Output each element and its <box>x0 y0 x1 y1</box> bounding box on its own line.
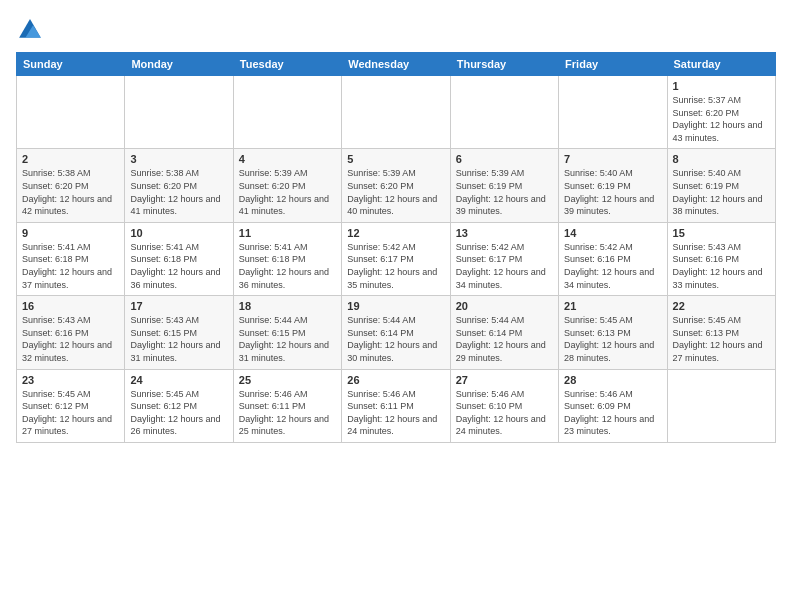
calendar-week-row: 2Sunrise: 5:38 AM Sunset: 6:20 PM Daylig… <box>17 149 776 222</box>
calendar-cell <box>450 76 558 149</box>
day-info: Sunrise: 5:46 AM Sunset: 6:11 PM Dayligh… <box>347 388 444 438</box>
day-info: Sunrise: 5:45 AM Sunset: 6:13 PM Dayligh… <box>564 314 661 364</box>
day-number: 20 <box>456 300 553 312</box>
day-info: Sunrise: 5:40 AM Sunset: 6:19 PM Dayligh… <box>673 167 770 217</box>
day-number: 7 <box>564 153 661 165</box>
day-number: 14 <box>564 227 661 239</box>
day-number: 19 <box>347 300 444 312</box>
page-header <box>16 16 776 44</box>
calendar-cell: 18Sunrise: 5:44 AM Sunset: 6:15 PM Dayli… <box>233 296 341 369</box>
day-info: Sunrise: 5:39 AM Sunset: 6:20 PM Dayligh… <box>347 167 444 217</box>
calendar-cell: 3Sunrise: 5:38 AM Sunset: 6:20 PM Daylig… <box>125 149 233 222</box>
day-info: Sunrise: 5:45 AM Sunset: 6:12 PM Dayligh… <box>22 388 119 438</box>
day-number: 2 <box>22 153 119 165</box>
calendar-cell: 26Sunrise: 5:46 AM Sunset: 6:11 PM Dayli… <box>342 369 450 442</box>
day-number: 10 <box>130 227 227 239</box>
day-info: Sunrise: 5:46 AM Sunset: 6:10 PM Dayligh… <box>456 388 553 438</box>
day-info: Sunrise: 5:45 AM Sunset: 6:12 PM Dayligh… <box>130 388 227 438</box>
day-number: 24 <box>130 374 227 386</box>
calendar-cell: 15Sunrise: 5:43 AM Sunset: 6:16 PM Dayli… <box>667 222 775 295</box>
calendar-week-row: 9Sunrise: 5:41 AM Sunset: 6:18 PM Daylig… <box>17 222 776 295</box>
day-number: 26 <box>347 374 444 386</box>
calendar-cell: 24Sunrise: 5:45 AM Sunset: 6:12 PM Dayli… <box>125 369 233 442</box>
day-number: 15 <box>673 227 770 239</box>
day-number: 25 <box>239 374 336 386</box>
calendar-week-row: 16Sunrise: 5:43 AM Sunset: 6:16 PM Dayli… <box>17 296 776 369</box>
day-number: 4 <box>239 153 336 165</box>
calendar-cell: 27Sunrise: 5:46 AM Sunset: 6:10 PM Dayli… <box>450 369 558 442</box>
calendar-cell <box>233 76 341 149</box>
calendar-cell: 28Sunrise: 5:46 AM Sunset: 6:09 PM Dayli… <box>559 369 667 442</box>
calendar-cell: 17Sunrise: 5:43 AM Sunset: 6:15 PM Dayli… <box>125 296 233 369</box>
day-number: 13 <box>456 227 553 239</box>
calendar-cell <box>667 369 775 442</box>
weekday-header-wednesday: Wednesday <box>342 53 450 76</box>
calendar-cell: 8Sunrise: 5:40 AM Sunset: 6:19 PM Daylig… <box>667 149 775 222</box>
day-number: 3 <box>130 153 227 165</box>
day-info: Sunrise: 5:37 AM Sunset: 6:20 PM Dayligh… <box>673 94 770 144</box>
calendar-cell: 20Sunrise: 5:44 AM Sunset: 6:14 PM Dayli… <box>450 296 558 369</box>
calendar-cell: 23Sunrise: 5:45 AM Sunset: 6:12 PM Dayli… <box>17 369 125 442</box>
day-info: Sunrise: 5:42 AM Sunset: 6:16 PM Dayligh… <box>564 241 661 291</box>
day-number: 22 <box>673 300 770 312</box>
day-number: 16 <box>22 300 119 312</box>
calendar-cell <box>17 76 125 149</box>
day-number: 11 <box>239 227 336 239</box>
calendar-cell: 7Sunrise: 5:40 AM Sunset: 6:19 PM Daylig… <box>559 149 667 222</box>
day-info: Sunrise: 5:44 AM Sunset: 6:14 PM Dayligh… <box>456 314 553 364</box>
weekday-header-monday: Monday <box>125 53 233 76</box>
day-info: Sunrise: 5:43 AM Sunset: 6:16 PM Dayligh… <box>673 241 770 291</box>
day-number: 27 <box>456 374 553 386</box>
day-number: 17 <box>130 300 227 312</box>
calendar-cell: 14Sunrise: 5:42 AM Sunset: 6:16 PM Dayli… <box>559 222 667 295</box>
calendar-cell: 1Sunrise: 5:37 AM Sunset: 6:20 PM Daylig… <box>667 76 775 149</box>
calendar-cell <box>559 76 667 149</box>
calendar-table: SundayMondayTuesdayWednesdayThursdayFrid… <box>16 52 776 443</box>
day-info: Sunrise: 5:39 AM Sunset: 6:19 PM Dayligh… <box>456 167 553 217</box>
day-info: Sunrise: 5:46 AM Sunset: 6:09 PM Dayligh… <box>564 388 661 438</box>
day-info: Sunrise: 5:44 AM Sunset: 6:14 PM Dayligh… <box>347 314 444 364</box>
weekday-header-tuesday: Tuesday <box>233 53 341 76</box>
day-info: Sunrise: 5:41 AM Sunset: 6:18 PM Dayligh… <box>239 241 336 291</box>
day-info: Sunrise: 5:41 AM Sunset: 6:18 PM Dayligh… <box>130 241 227 291</box>
day-info: Sunrise: 5:38 AM Sunset: 6:20 PM Dayligh… <box>22 167 119 217</box>
day-number: 5 <box>347 153 444 165</box>
day-info: Sunrise: 5:44 AM Sunset: 6:15 PM Dayligh… <box>239 314 336 364</box>
logo <box>16 16 48 44</box>
day-number: 6 <box>456 153 553 165</box>
calendar-cell: 21Sunrise: 5:45 AM Sunset: 6:13 PM Dayli… <box>559 296 667 369</box>
calendar-cell: 13Sunrise: 5:42 AM Sunset: 6:17 PM Dayli… <box>450 222 558 295</box>
calendar-cell: 22Sunrise: 5:45 AM Sunset: 6:13 PM Dayli… <box>667 296 775 369</box>
day-info: Sunrise: 5:45 AM Sunset: 6:13 PM Dayligh… <box>673 314 770 364</box>
day-number: 18 <box>239 300 336 312</box>
calendar-cell: 16Sunrise: 5:43 AM Sunset: 6:16 PM Dayli… <box>17 296 125 369</box>
day-info: Sunrise: 5:43 AM Sunset: 6:16 PM Dayligh… <box>22 314 119 364</box>
weekday-header-sunday: Sunday <box>17 53 125 76</box>
day-number: 9 <box>22 227 119 239</box>
calendar-cell <box>342 76 450 149</box>
day-info: Sunrise: 5:38 AM Sunset: 6:20 PM Dayligh… <box>130 167 227 217</box>
calendar-cell: 5Sunrise: 5:39 AM Sunset: 6:20 PM Daylig… <box>342 149 450 222</box>
calendar-week-row: 1Sunrise: 5:37 AM Sunset: 6:20 PM Daylig… <box>17 76 776 149</box>
day-number: 21 <box>564 300 661 312</box>
calendar-cell: 10Sunrise: 5:41 AM Sunset: 6:18 PM Dayli… <box>125 222 233 295</box>
calendar-cell: 9Sunrise: 5:41 AM Sunset: 6:18 PM Daylig… <box>17 222 125 295</box>
day-number: 1 <box>673 80 770 92</box>
day-info: Sunrise: 5:41 AM Sunset: 6:18 PM Dayligh… <box>22 241 119 291</box>
day-number: 12 <box>347 227 444 239</box>
weekday-header-saturday: Saturday <box>667 53 775 76</box>
calendar-cell: 25Sunrise: 5:46 AM Sunset: 6:11 PM Dayli… <box>233 369 341 442</box>
calendar-cell: 19Sunrise: 5:44 AM Sunset: 6:14 PM Dayli… <box>342 296 450 369</box>
weekday-header-row: SundayMondayTuesdayWednesdayThursdayFrid… <box>17 53 776 76</box>
calendar-cell <box>125 76 233 149</box>
calendar-cell: 11Sunrise: 5:41 AM Sunset: 6:18 PM Dayli… <box>233 222 341 295</box>
day-info: Sunrise: 5:42 AM Sunset: 6:17 PM Dayligh… <box>456 241 553 291</box>
day-info: Sunrise: 5:42 AM Sunset: 6:17 PM Dayligh… <box>347 241 444 291</box>
day-info: Sunrise: 5:43 AM Sunset: 6:15 PM Dayligh… <box>130 314 227 364</box>
day-number: 28 <box>564 374 661 386</box>
day-info: Sunrise: 5:46 AM Sunset: 6:11 PM Dayligh… <box>239 388 336 438</box>
day-number: 8 <box>673 153 770 165</box>
calendar-cell: 4Sunrise: 5:39 AM Sunset: 6:20 PM Daylig… <box>233 149 341 222</box>
calendar-cell: 12Sunrise: 5:42 AM Sunset: 6:17 PM Dayli… <box>342 222 450 295</box>
calendar-cell: 6Sunrise: 5:39 AM Sunset: 6:19 PM Daylig… <box>450 149 558 222</box>
